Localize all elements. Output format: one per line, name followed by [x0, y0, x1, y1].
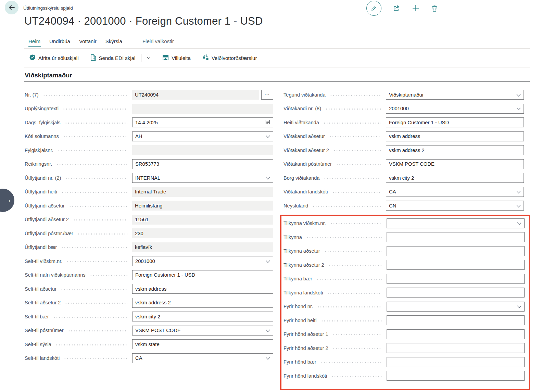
field-label: Selt-til póstnúmer	[25, 328, 64, 333]
field-nr-7: Nr. (7)UT240094...	[25, 90, 273, 100]
dotted-leader	[306, 237, 382, 238]
text-input[interactable]	[387, 329, 525, 339]
text-input[interactable]: Foreign Customer 1 - USD	[386, 117, 524, 127]
edit-button[interactable]	[366, 1, 381, 16]
send-edi-document-icon	[90, 54, 96, 62]
text-input[interactable]	[387, 371, 525, 381]
select-input[interactable]: CA	[132, 353, 273, 363]
delete-button[interactable]	[431, 4, 438, 12]
share-button[interactable]	[392, 4, 401, 12]
highlighted-field-group: Tilkynna viðskm.nr.TilkynnaTilkynna aðse…	[280, 215, 530, 390]
trash-icon	[431, 4, 438, 12]
field-label: Selt-til sýsla	[25, 342, 51, 347]
chevron-down-icon[interactable]	[266, 134, 270, 139]
dotted-leader	[61, 192, 127, 193]
text-input[interactable]: vskm city 2	[386, 173, 524, 183]
chevron-down-icon[interactable]	[516, 106, 521, 111]
text-input[interactable]: vskm address 2	[132, 298, 273, 308]
tab-vottanir[interactable]: Vottanir	[75, 37, 101, 47]
field-label: Tilkynna viðskm.nr.	[284, 220, 326, 226]
action-afrita-úr-söluskjali[interactable]: Afrita úr söluskjali	[29, 54, 79, 62]
chevron-down-icon[interactable]	[516, 189, 521, 194]
field-dags-fylgiskjals: Dags. fylgiskjals14.4.2025	[25, 117, 273, 127]
text-input[interactable]	[387, 274, 525, 284]
collapse-pane-handle[interactable]: ‹	[0, 189, 14, 212]
dotted-leader	[90, 275, 127, 276]
select-input[interactable]: CA	[386, 187, 524, 197]
new-button[interactable]	[412, 4, 420, 12]
select-input[interactable]: INTERNAL	[132, 173, 273, 183]
action-villuleita[interactable]: Villuleita	[162, 54, 191, 62]
text-input[interactable]	[387, 246, 525, 256]
field-label: Tilkynna aðsetur 2	[284, 262, 324, 268]
text-input[interactable]	[387, 357, 525, 367]
field-label: Viðtakandi aðsetur	[284, 134, 325, 139]
field-value: CN	[389, 203, 396, 208]
dotted-leader	[312, 206, 381, 207]
more-options-tab[interactable]: Fleiri valkostir	[138, 37, 178, 47]
dropdown-chevron-button[interactable]	[147, 56, 151, 59]
select-input[interactable]: Viðskiptamaður	[386, 90, 524, 100]
select-input[interactable]: 2001000	[386, 104, 524, 114]
chevron-down-icon[interactable]	[516, 92, 521, 98]
text-input[interactable]	[387, 232, 525, 242]
chevron-down-icon[interactable]	[266, 328, 270, 333]
tab-heim[interactable]: Heim	[25, 37, 45, 47]
chevron-down-icon[interactable]	[517, 304, 521, 309]
field-label: Útflytjandi póstnr./bær	[25, 231, 73, 236]
text-input[interactable]: vskm city 2	[132, 312, 273, 321]
chevron-down-icon[interactable]	[516, 203, 521, 208]
select-input[interactable]: VSKM POST CODE	[132, 326, 273, 336]
select-input[interactable]: 2001000	[132, 256, 273, 266]
text-input[interactable]	[387, 315, 525, 325]
text-input[interactable]: vskm address	[132, 284, 273, 294]
text-input[interactable]: vskm address 2	[386, 145, 524, 155]
text-input[interactable]	[387, 260, 525, 270]
error-lookup-icon	[162, 54, 169, 62]
field-value: Foreign Customer 1 - USD	[135, 272, 195, 278]
back-arrow-icon	[8, 4, 15, 11]
text-input[interactable]: vskm state	[132, 339, 273, 349]
field-label: Selt-til aðsetur	[25, 286, 56, 292]
select-input[interactable]	[387, 302, 525, 312]
tabs-divider-line	[24, 48, 530, 49]
chevron-down-icon	[516, 108, 521, 110]
chevron-down-icon[interactable]	[266, 258, 270, 264]
field-tilkynna-aðsetur-2: Tilkynna aðsetur 2	[284, 260, 525, 270]
dotted-leader	[69, 206, 127, 207]
dotted-leader	[336, 164, 381, 165]
field-value: keflavík	[135, 244, 152, 250]
text-input[interactable]: Foreign Customer 1 - USD	[132, 270, 273, 280]
text-input[interactable]	[387, 288, 525, 298]
text-input[interactable]: SR053773	[132, 159, 273, 169]
text-input[interactable]: vskm address	[386, 131, 524, 141]
field-label: Fylgiskjalsnr.	[25, 148, 53, 153]
field-fyrir-hönd-bær: Fyrir hönd bær	[284, 357, 525, 367]
date-input[interactable]: 14.4.2025	[132, 117, 273, 127]
readonly-field: 230	[132, 228, 273, 238]
chevron-down-icon	[516, 205, 521, 207]
assist-edit-button[interactable]: ...	[261, 90, 273, 100]
readonly-field: keflavík	[132, 242, 273, 252]
tab-undirbúa[interactable]: Undirbúa	[45, 37, 75, 47]
chevron-down-icon[interactable]	[266, 355, 270, 361]
chevron-down-icon[interactable]	[266, 175, 270, 181]
dotted-leader	[43, 95, 127, 96]
chevron-down-icon	[516, 191, 521, 193]
action-veiðivottorðsfærslur[interactable]: Veiðivottorðsfærslur	[202, 54, 257, 62]
action-senda-edi-skjal[interactable]: Senda EDI skjal	[90, 54, 151, 62]
chevron-down-icon[interactable]	[517, 220, 521, 226]
action-bar: Afrita úr söluskjaliSenda EDI skjalVillu…	[29, 52, 257, 64]
field-label: Selt-til landskóti	[25, 355, 60, 361]
field-value: Internal Trade	[135, 189, 166, 194]
catch-certificate-entries-icon	[202, 54, 209, 62]
text-input[interactable]	[387, 343, 525, 353]
text-input[interactable]: VSKM POST CODE	[386, 159, 524, 169]
tab-skýrsla[interactable]: Skýrsla	[101, 37, 127, 47]
field-selt-til-bær: Selt-til bærvskm city 2	[25, 312, 273, 321]
select-input[interactable]: AH	[132, 131, 273, 141]
calendar-icon[interactable]	[265, 119, 270, 126]
select-input[interactable]	[387, 218, 525, 228]
select-input[interactable]: CN	[386, 201, 524, 211]
back-button[interactable]	[5, 1, 18, 14]
